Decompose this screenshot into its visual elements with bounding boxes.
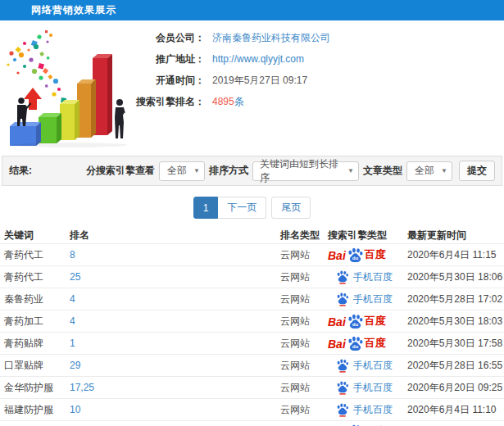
rank-cell[interactable]: 4 [70, 293, 280, 305]
engine-cell: 手机百度 [328, 270, 407, 284]
header-rank: 排名 [70, 229, 280, 242]
member-info-list: 会员公司： 济南秦鲁药业科技有限公司 推广地址： http://www.qlyy… [134, 20, 504, 156]
table-row: 口罩贴牌 29 云网站 手机百度 2020年5月28日 16:55 [0, 354, 504, 376]
article-type-label: 文章类型 [363, 164, 402, 178]
article-type-value: 全部 [414, 164, 435, 178]
engine-cell: Bai du 百度 [328, 336, 407, 351]
info-row-rank-count: 搜索引擎排名： 4895条 [134, 91, 504, 112]
baidu-mobile-label: 手机百度 [353, 270, 393, 284]
baidu-mobile-logo: 手机百度 [336, 359, 393, 373]
rank-type-cell: 云网站 [280, 403, 328, 417]
engine-cell: Bai du 百度 [328, 314, 407, 329]
rank-count-number: 4895 [212, 96, 234, 107]
update-time-cell: 2020年5月28日 16:55 [407, 359, 504, 373]
article-type-select[interactable]: 全部 ▼ [406, 161, 452, 181]
update-time-cell: 2020年5月30日 18:06 [407, 270, 504, 284]
rank-type-cell: 云网站 [280, 270, 328, 284]
table-row: 膏药代工 8 云网站 Bai du 百度 2020年 [0, 243, 504, 265]
baidu-mobile-logo: 手机百度 [336, 292, 393, 306]
filter-panel: 结果: 分搜索引擎查看 全部 ▼ 排序方式 关键词由短到长排序 ▼ 文章类型 全… [2, 156, 502, 186]
baidu-mobile-label: 手机百度 [353, 403, 393, 417]
titlebar: 网络营销效果展示 [0, 0, 504, 20]
baidu-bai-text: Bai [328, 338, 346, 351]
sort-value: 关键词由短到长排序 [260, 157, 342, 185]
baidu-mobile-label: 手机百度 [353, 359, 393, 373]
engine-cell: 手机百度 [328, 403, 407, 417]
rank-cell[interactable]: 4 [70, 315, 280, 327]
rank-count-label: 搜索引擎排名： [134, 95, 205, 109]
engine-cell: Bai du 百度 [328, 247, 407, 262]
rank-type-cell: 云网站 [280, 337, 328, 351]
bar-green [39, 113, 61, 143]
rank-cell[interactable]: 17,25 [70, 382, 280, 393]
rank-cell[interactable]: 25 [70, 271, 280, 283]
bar-orange [77, 79, 96, 138]
keyword-cell: 秦鲁药业 [4, 292, 70, 306]
page: 网络营销效果展示 [0, 0, 504, 426]
update-time-cell: 2020年5月30日 18:03 [407, 315, 504, 329]
baidu-mobile-paw-icon [336, 270, 349, 284]
baidu-mobile-paw-icon [336, 381, 349, 395]
baidu-cn-text: 百度 [365, 336, 386, 351]
info-row-open-time: 开通时间： 2019年5月27日 09:17 [134, 70, 504, 91]
rank-type-cell: 云网站 [280, 381, 328, 395]
rank-cell[interactable]: 10 [70, 404, 280, 415]
header-update-time: 最新更新时间 [407, 229, 504, 242]
keyword-cell: 膏药贴牌 [4, 337, 70, 351]
baidu-paw-icon: du [347, 247, 364, 264]
baidu-mobile-paw-icon [336, 403, 349, 417]
baidu-pc-logo: Bai du 百度 [328, 336, 386, 351]
table-header: 关键词 排名 排名类型 搜索引擎类型 最新更新时间 [0, 228, 504, 243]
filter-controls: 分搜索引擎查看 全部 ▼ 排序方式 关键词由短到长排序 ▼ 文章类型 全部 ▼ … [86, 161, 502, 181]
promo-url-label: 推广地址： [134, 52, 205, 66]
promo-url-link[interactable]: http://www.qlyyjt.com [212, 53, 304, 65]
rank-cell[interactable]: 8 [70, 249, 280, 261]
businessman-right [115, 99, 125, 138]
rank-count-unit: 条 [234, 96, 244, 107]
confetti-dots [7, 30, 66, 103]
baidu-pc-logo: Bai du 百度 [328, 314, 386, 329]
keyword-cell: 金华防护服 [4, 381, 70, 395]
baidu-paw-icon: du [347, 314, 364, 330]
info-section: 会员公司： 济南秦鲁药业科技有限公司 推广地址： http://www.qlyy… [0, 20, 504, 156]
keyword-cell: 福建防护服 [4, 403, 70, 417]
update-time-cell: 2020年6月4日 11:10 [407, 403, 504, 417]
update-time-cell: 2020年5月28日 17:02 [407, 292, 504, 306]
info-row-company: 会员公司： 济南秦鲁药业科技有限公司 [134, 27, 504, 48]
engine-cell: 手机百度 [328, 292, 407, 306]
baidu-pc-logo: Bai du 百度 [328, 247, 386, 262]
submit-button[interactable]: 提交 [459, 161, 495, 181]
chevron-down-icon: ▼ [441, 167, 447, 174]
rank-type-cell: 云网站 [280, 292, 328, 306]
baidu-cn-text: 百度 [365, 314, 386, 329]
rank-cell[interactable]: 1 [70, 338, 280, 349]
table-row: 膏药代工 25 云网站 手机百度 2020年5月30日 18:06 [0, 265, 504, 288]
info-row-url: 推广地址： http://www.qlyyjt.com [134, 48, 504, 70]
table-body: 膏药代工 8 云网站 Bai du 百度 2020年 [0, 243, 504, 426]
update-time-cell: 2020年6月20日 09:25 [407, 381, 504, 395]
rank-cell[interactable]: 29 [70, 360, 280, 371]
table-row: 金华防护服 17,25 云网站 手机百度 2020年6月20日 0 [0, 376, 504, 398]
header-keyword: 关键词 [4, 229, 70, 242]
rank-count-value: 4895条 [212, 95, 244, 109]
baidu-du-text: du [352, 321, 359, 327]
baidu-cn-text: 百度 [365, 247, 386, 262]
last-page-button[interactable]: 尾页 [271, 197, 311, 219]
update-time-cell: 2020年6月4日 11:15 [407, 248, 504, 262]
company-label: 会员公司： [134, 31, 205, 45]
pagination: 1 下一页 尾页 [0, 197, 504, 219]
baidu-mobile-paw-icon [336, 292, 349, 306]
next-page-button[interactable]: 下一页 [218, 197, 266, 219]
engine-filter-value: 全部 [166, 164, 188, 178]
chevron-down-icon: ▼ [193, 167, 200, 174]
baidu-bai-text: Bai [328, 249, 346, 262]
engine-filter-select[interactable]: 全部 ▼ [159, 161, 205, 181]
page-1-button[interactable]: 1 [193, 197, 219, 219]
company-link[interactable]: 济南秦鲁药业科技有限公司 [212, 31, 330, 45]
header-rank-type: 排名类型 [280, 229, 328, 242]
baidu-mobile-label: 手机百度 [353, 292, 393, 306]
sort-select[interactable]: 关键词由短到长排序 ▼ [252, 161, 359, 181]
open-time-value: 2019年5月27日 09:17 [212, 74, 307, 88]
open-time-label: 开通时间： [134, 74, 205, 88]
results-table: 关键词 排名 排名类型 搜索引擎类型 最新更新时间 膏药代工 8 云网站 Bai [0, 228, 504, 426]
